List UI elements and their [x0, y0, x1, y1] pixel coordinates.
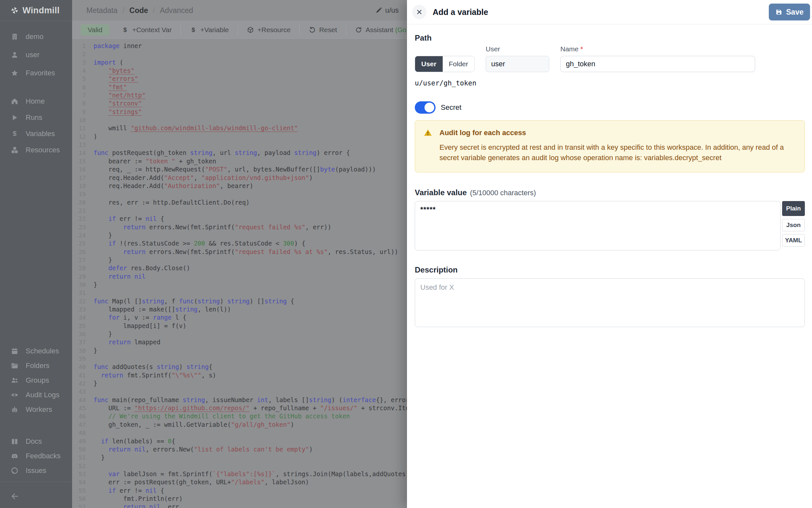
sidebar-item-demo[interactable]: demo — [0, 28, 72, 46]
line-number: 37 — [72, 338, 86, 346]
name-field-label: Name * — [560, 45, 755, 53]
tab-separator: / — [153, 6, 155, 15]
sidebar-item-schedules[interactable]: Schedules — [0, 344, 72, 358]
sidebar-item-audit-logs[interactable]: Audit Logs — [0, 387, 72, 402]
arrow-left-icon — [11, 492, 19, 501]
save-button[interactable]: Save — [769, 4, 810, 20]
sidebar-item-docs[interactable]: Docs — [0, 434, 72, 449]
required-asterisk: * — [581, 45, 583, 53]
lint-status-badge: Valid — [81, 25, 110, 35]
sidebar-item-label: Resources — [26, 146, 60, 154]
close-drawer-button[interactable] — [412, 5, 426, 19]
line-number: 55 — [72, 486, 86, 495]
owner-kind-folder[interactable]: Folder — [443, 56, 474, 72]
sidebar-item-user[interactable]: user — [0, 46, 72, 64]
line-number: 26 — [72, 248, 86, 256]
line-number: 2 — [72, 50, 86, 58]
sidebar-item-workers[interactable]: Workers — [0, 402, 72, 417]
script-path-label: u/us — [385, 6, 399, 15]
cubes-icon — [11, 146, 18, 154]
audit-warning-header: Audit log for each access — [424, 128, 796, 137]
github-icon — [11, 467, 18, 474]
line-number: 50 — [72, 445, 86, 454]
variable-value-textarea[interactable]: ***** — [415, 201, 780, 250]
toolbar-button-reset[interactable]: Reset — [300, 21, 346, 38]
svg-text:$: $ — [123, 26, 127, 33]
line-number: 54 — [72, 478, 86, 486]
audit-warning-body: Every secret is encrypted at rest and in… — [439, 142, 794, 163]
line-number: 17 — [72, 174, 86, 182]
line-number: 57 — [72, 503, 86, 508]
character-counter: (5/10000 characters) — [470, 189, 536, 197]
line-number: 12 — [72, 132, 86, 141]
format-tab-yaml[interactable]: YAML — [782, 234, 805, 247]
sidebar-item-label: user — [26, 51, 40, 59]
description-heading: Description — [415, 265, 805, 274]
discord-icon — [11, 452, 18, 460]
variable-value-row: ***** PlainJsonYAML — [415, 201, 805, 250]
tab-metadata[interactable]: Metadata — [86, 6, 118, 15]
save-icon — [775, 8, 782, 15]
sidebar-item-folders[interactable]: Folders — [0, 358, 72, 373]
line-number: 25 — [72, 239, 86, 248]
line-number: 42 — [72, 379, 86, 387]
assistant-icon — [355, 26, 362, 34]
line-number: 22 — [72, 215, 86, 223]
line-number: 39 — [72, 355, 86, 363]
line-number: 13 — [72, 141, 86, 149]
add-variable-drawer: Add a variable Save Path UserFolder User… — [407, 0, 812, 508]
home-icon — [11, 97, 18, 105]
sidebar-item-resources[interactable]: Resources — [0, 142, 72, 158]
toolbar-button--variable[interactable]: $+Variable — [181, 21, 238, 38]
line-number: 16 — [72, 165, 86, 173]
line-number: 46 — [72, 412, 86, 420]
sidebar-item-groups[interactable]: Groups — [0, 373, 72, 387]
sidebar-item-favorites[interactable]: Favorites — [0, 64, 72, 82]
line-number: 24 — [72, 231, 86, 239]
sidebar-item-runs[interactable]: Runs — [0, 110, 72, 126]
line-number: 4 — [72, 67, 86, 75]
line-number: 36 — [72, 330, 86, 338]
sidebar-item-label: Schedules — [26, 347, 59, 355]
sidebar-item-label: Folders — [26, 362, 49, 370]
svg-text:$: $ — [13, 130, 16, 137]
format-tab-json[interactable]: Json — [782, 219, 805, 231]
app-logo[interactable]: Windmill — [0, 0, 72, 21]
toolbar-button--context-var[interactable]: $+Context Var — [113, 21, 181, 38]
pencil-icon — [375, 7, 382, 14]
script-path-button[interactable]: u/us — [375, 0, 399, 21]
line-number: 52 — [72, 462, 86, 470]
line-number: 5 — [72, 75, 86, 83]
line-number: 23 — [72, 223, 86, 231]
sidebar-divider — [0, 482, 72, 482]
line-number: 10 — [72, 116, 86, 124]
variable-name-input[interactable] — [560, 56, 755, 72]
sidebar-item-label: Issues — [26, 466, 46, 475]
line-number: 11 — [72, 124, 86, 132]
sidebar-item-feedbacks[interactable]: Feedbacks — [0, 449, 72, 463]
line-number: 40 — [72, 363, 86, 371]
robot-icon — [11, 406, 18, 414]
line-number: 3 — [72, 58, 86, 67]
line-number: 31 — [72, 289, 86, 297]
tab-code[interactable]: Code — [129, 6, 148, 15]
sidebar-item-home[interactable]: Home — [0, 93, 72, 110]
sidebar-item-issues[interactable]: Issues — [0, 463, 72, 478]
toolbar-button--resource[interactable]: +Resource — [238, 21, 299, 38]
tab-advanced[interactable]: Advanced — [160, 6, 193, 15]
format-tab-plain[interactable]: Plain — [782, 201, 805, 216]
line-number: 43 — [72, 387, 86, 396]
close-icon — [416, 8, 423, 15]
drawer-title: Add a variable — [433, 7, 488, 17]
svg-text:$: $ — [191, 26, 195, 33]
owner-kind-user[interactable]: User — [415, 56, 443, 72]
secret-toggle[interactable] — [415, 101, 435, 114]
sidebar-item-variables[interactable]: $Variables — [0, 126, 72, 142]
cube-icon — [247, 26, 254, 34]
line-number: 30 — [72, 281, 86, 289]
warning-triangle-icon — [424, 128, 432, 137]
collapse-sidebar-button[interactable] — [0, 489, 72, 504]
audit-warning-title: Audit log for each access — [439, 129, 526, 137]
description-textarea[interactable]: Used for X — [415, 279, 805, 327]
user-input[interactable] — [485, 56, 549, 72]
